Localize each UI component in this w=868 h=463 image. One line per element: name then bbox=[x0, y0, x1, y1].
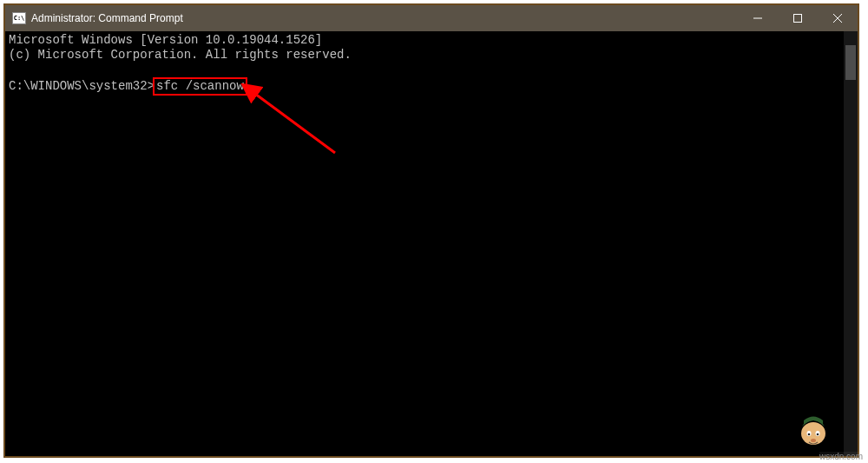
minimize-icon bbox=[753, 14, 762, 23]
svg-point-9 bbox=[808, 433, 811, 436]
terminal-line-prompt: C:\WINDOWS\system32>sfc /scannow bbox=[9, 77, 854, 96]
command-highlight-box: sfc /scannow bbox=[153, 77, 247, 96]
close-button[interactable] bbox=[818, 5, 858, 31]
scrollbar[interactable] bbox=[844, 31, 858, 456]
terminal-content[interactable]: Microsoft Windows [Version 10.0.19044.15… bbox=[5, 31, 858, 456]
minimize-button[interactable] bbox=[738, 5, 778, 31]
terminal-line-blank bbox=[9, 63, 854, 77]
close-icon bbox=[833, 14, 842, 23]
window-frame: C:\ Administrator: Command Prompt Micros… bbox=[3, 3, 859, 458]
scrollbar-thumb[interactable] bbox=[845, 45, 856, 80]
terminal-line-copyright: (c) Microsoft Corporation. All rights re… bbox=[9, 48, 854, 63]
svg-line-5 bbox=[255, 94, 335, 153]
terminal-line-version: Microsoft Windows [Version 10.0.19044.15… bbox=[9, 33, 854, 48]
window-controls bbox=[738, 5, 858, 31]
svg-rect-1 bbox=[794, 15, 802, 23]
cmd-icon: C:\ bbox=[12, 12, 26, 24]
brand-mascot-icon bbox=[793, 407, 833, 447]
svg-point-10 bbox=[817, 433, 819, 436]
prompt-text: C:\WINDOWS\system32> bbox=[9, 79, 155, 93]
watermark-text: wsxdn.com bbox=[819, 452, 863, 461]
cmd-icon-text: C:\ bbox=[14, 15, 25, 22]
maximize-button[interactable] bbox=[778, 5, 818, 31]
titlebar[interactable]: C:\ Administrator: Command Prompt bbox=[5, 5, 858, 31]
window-title: Administrator: Command Prompt bbox=[31, 12, 183, 24]
command-text: sfc /scannow bbox=[156, 79, 244, 93]
maximize-icon bbox=[793, 14, 802, 23]
svg-point-11 bbox=[811, 439, 816, 442]
